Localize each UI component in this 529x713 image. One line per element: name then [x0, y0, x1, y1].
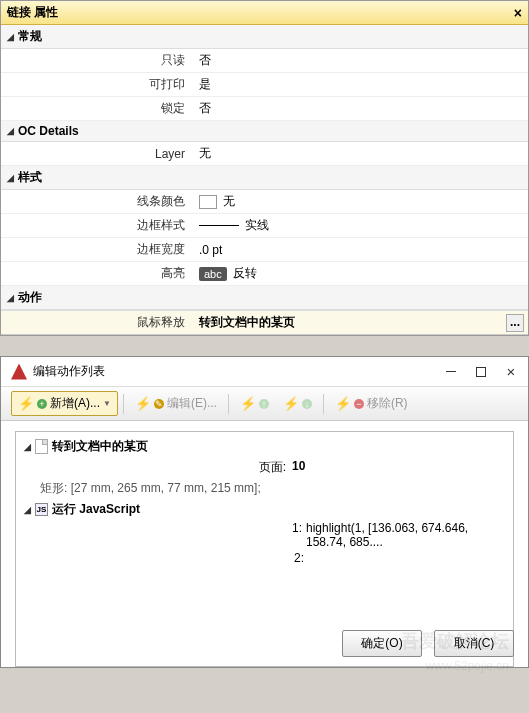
section-style-label: 样式 [18, 169, 42, 186]
more-button[interactable]: ... [506, 314, 524, 332]
collapse-icon: ◢ [7, 126, 14, 136]
collapse-icon: ◢ [24, 505, 31, 515]
dialog-titlebar: 编辑动作列表 × [1, 357, 528, 387]
chevron-down-icon: ▼ [103, 399, 111, 408]
solid-line-icon [199, 225, 239, 226]
code-line-2: 2: [24, 550, 505, 566]
collapse-icon: ◢ [7, 293, 14, 303]
prop-border-width-value: .0 pt [193, 240, 528, 260]
run-js-label: 运行 JavaScript [52, 501, 140, 518]
maximize-button[interactable] [474, 365, 488, 379]
prop-layer-label: Layer [1, 144, 193, 164]
prop-readonly-label: 只读 [1, 49, 193, 72]
minimize-icon [446, 371, 456, 372]
toolbar-separator [228, 394, 229, 414]
prop-mouse-up[interactable]: 鼠标释放 转到文档中的某页 ... [1, 310, 528, 335]
prop-locked-label: 锁定 [1, 97, 193, 120]
prop-highlight[interactable]: 高亮 abc 反转 [1, 262, 528, 286]
down-badge-icon: ↓ [302, 399, 312, 409]
toolbar-separator [323, 394, 324, 414]
prop-mouse-up-value: 转到文档中的某页 [193, 311, 528, 334]
collapse-icon: ◢ [7, 173, 14, 183]
prop-line-color-label: 线条颜色 [1, 190, 193, 213]
prop-line-color[interactable]: 线条颜色 无 [1, 190, 528, 214]
edit-action-list-dialog: 编辑动作列表 × ⚡+ 新增(A)... ▼ ⚡✎ 编辑(E)... ⚡↑ ⚡↓… [0, 356, 529, 668]
bolt-icon: ⚡ [240, 396, 256, 411]
prop-border-width[interactable]: 边框宽度 .0 pt [1, 238, 528, 262]
edit-badge-icon: ✎ [154, 399, 164, 409]
dialog-toolbar: ⚡+ 新增(A)... ▼ ⚡✎ 编辑(E)... ⚡↑ ⚡↓ ⚡− 移除(R) [1, 387, 528, 421]
code-text: highlight(1, [136.063, 674.646, 158.74, … [306, 521, 505, 549]
color-swatch-icon [199, 195, 217, 209]
line-number: 1: [292, 521, 306, 549]
edit-label: 编辑(E)... [167, 395, 217, 412]
ok-button[interactable]: 确定(O) [342, 630, 422, 657]
section-oc-details[interactable]: ◢ OC Details [1, 121, 528, 142]
javascript-icon: JS [35, 503, 48, 516]
link-properties-panel: 链接 属性 × ◢ 常规 只读 否 可打印 是 锁定 否 ◢ OC Detail… [0, 0, 529, 336]
prop-printable-value: 是 [193, 73, 528, 96]
page-icon [35, 439, 48, 454]
close-icon[interactable]: × [514, 5, 522, 21]
prop-readonly[interactable]: 只读 否 [1, 49, 528, 73]
close-button[interactable]: × [504, 365, 518, 379]
page-value: 10 [292, 459, 305, 476]
minus-badge-icon: − [354, 399, 364, 409]
add-label: 新增(A)... [50, 395, 100, 412]
code-line-1: 1: highlight(1, [136.063, 674.646, 158.7… [24, 520, 505, 550]
move-down-button[interactable]: ⚡↓ [277, 393, 318, 414]
collapse-icon: ◢ [24, 442, 31, 452]
tree-detail-page: 页面: 10 [24, 457, 505, 478]
tree-node-run-js[interactable]: ◢ JS 运行 JavaScript [24, 499, 505, 520]
section-action[interactable]: ◢ 动作 [1, 286, 528, 310]
prop-border-style-label: 边框样式 [1, 214, 193, 237]
prop-locked-value: 否 [193, 97, 528, 120]
prop-border-width-label: 边框宽度 [1, 238, 193, 261]
prop-border-style-value: 实线 [193, 214, 528, 237]
prop-border-style[interactable]: 边框样式 实线 [1, 214, 528, 238]
prop-locked[interactable]: 锁定 否 [1, 97, 528, 121]
close-icon: × [507, 364, 516, 379]
bolt-icon: ⚡ [18, 396, 34, 411]
prop-readonly-value: 否 [193, 49, 528, 72]
up-badge-icon: ↑ [259, 399, 269, 409]
edit-button[interactable]: ⚡✎ 编辑(E)... [129, 392, 223, 415]
remove-button[interactable]: ⚡− 移除(R) [329, 392, 414, 415]
prop-layer[interactable]: Layer 无 [1, 142, 528, 166]
bolt-icon: ⚡ [135, 396, 151, 411]
bolt-icon: ⚡ [283, 396, 299, 411]
properties-titlebar: 链接 属性 × [1, 1, 528, 25]
prop-highlight-label: 高亮 [1, 262, 193, 285]
line-number: 2: [292, 551, 308, 565]
collapse-icon: ◢ [7, 32, 14, 42]
prop-printable[interactable]: 可打印 是 [1, 73, 528, 97]
rect-info: 矩形: [27 mm, 265 mm, 77 mm, 215 mm]; [24, 478, 505, 499]
move-up-button[interactable]: ⚡↑ [234, 393, 275, 414]
section-style[interactable]: ◢ 样式 [1, 166, 528, 190]
dialog-title: 编辑动作列表 [33, 363, 105, 380]
app-icon [11, 364, 27, 380]
prop-highlight-value: abc 反转 [193, 262, 528, 285]
toolbar-separator [123, 394, 124, 414]
prop-line-color-value: 无 [193, 190, 528, 213]
bolt-icon: ⚡ [335, 396, 351, 411]
prop-mouse-up-label: 鼠标释放 [1, 311, 193, 334]
prop-printable-label: 可打印 [1, 73, 193, 96]
cancel-button[interactable]: 取消(C) [434, 630, 514, 657]
section-action-label: 动作 [18, 289, 42, 306]
section-general[interactable]: ◢ 常规 [1, 25, 528, 49]
minimize-button[interactable] [444, 365, 458, 379]
page-label: 页面: [24, 459, 292, 476]
remove-label: 移除(R) [367, 395, 408, 412]
dialog-button-bar: 确定(O) 取消(C) [342, 630, 514, 657]
maximize-icon [476, 367, 486, 377]
prop-layer-value: 无 [193, 142, 528, 165]
section-general-label: 常规 [18, 28, 42, 45]
abc-badge-icon: abc [199, 267, 227, 281]
add-button[interactable]: ⚡+ 新增(A)... ▼ [11, 391, 118, 416]
plus-badge-icon: + [37, 399, 47, 409]
section-oc-label: OC Details [18, 124, 79, 138]
tree-node-goto-page[interactable]: ◢ 转到文档中的某页 [24, 436, 505, 457]
goto-page-label: 转到文档中的某页 [52, 438, 148, 455]
properties-title: 链接 属性 [7, 4, 58, 21]
